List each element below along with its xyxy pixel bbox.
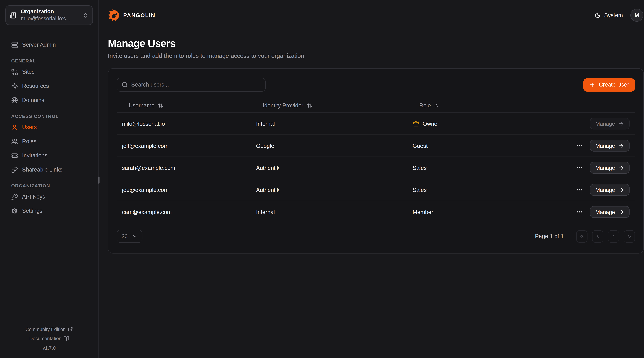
sort-icon xyxy=(434,103,440,108)
avatar[interactable]: M xyxy=(630,8,643,22)
row-actions-menu-button[interactable] xyxy=(576,164,584,172)
sidebar-item-shareable-links[interactable]: Shareable Links xyxy=(6,164,92,176)
ellipsis-icon xyxy=(576,142,583,149)
cell-role: Sales xyxy=(407,187,576,193)
arrow-right-icon xyxy=(618,143,624,148)
chevrons-right-icon xyxy=(626,234,632,239)
create-user-button[interactable]: Create User xyxy=(584,78,635,91)
sidebar-item-domains[interactable]: Domains xyxy=(6,94,92,106)
cell-role: Owner xyxy=(407,120,590,127)
table-row: milo@fossorial.io Internal Owner Manage xyxy=(116,113,635,135)
page-indicator: Page 1 of 1 xyxy=(535,233,564,239)
community-edition-link[interactable]: Community Edition xyxy=(4,325,94,334)
cell-identity-provider: Authentik xyxy=(251,187,407,193)
row-actions-menu-button[interactable] xyxy=(576,208,584,216)
manage-button[interactable]: Manage xyxy=(590,206,630,218)
manage-button[interactable]: Manage xyxy=(590,184,630,196)
row-actions-menu-button[interactable] xyxy=(576,186,584,194)
documentation-link[interactable]: Documentation xyxy=(4,334,94,343)
sidebar-item-label: Resources xyxy=(22,83,49,89)
gear-icon xyxy=(11,208,18,214)
cell-role: Sales xyxy=(407,165,576,171)
sidebar-item-server-admin[interactable]: Server Admin xyxy=(6,39,92,51)
manage-button[interactable]: Manage xyxy=(590,118,630,130)
sidebar-item-invitations[interactable]: Invitations xyxy=(6,150,92,162)
arrow-right-icon xyxy=(618,165,624,171)
row-actions-menu-button[interactable] xyxy=(576,142,584,150)
manage-button[interactable]: Manage xyxy=(590,140,630,152)
sidebar-item-label: Shareable Links xyxy=(22,166,62,173)
sidebar-item-label: Roles xyxy=(22,138,36,144)
cell-username: cam@example.com xyxy=(116,209,251,215)
manage-button[interactable]: Manage xyxy=(590,162,630,174)
sidebar-item-label: API Keys xyxy=(22,194,45,200)
chevrons-up-down-icon xyxy=(82,12,88,18)
sidebar: Organization milo@fossorial.io's ... Ser… xyxy=(0,0,99,358)
column-header-identity-provider[interactable]: Identity Provider xyxy=(251,102,407,108)
table-header-row: Username Identity Provider Role xyxy=(116,99,635,113)
cell-username: jeff@example.com xyxy=(116,142,251,149)
org-switcher[interactable]: Organization milo@fossorial.io's ... xyxy=(6,6,93,25)
page-subtitle: Invite users and add them to roles to ma… xyxy=(108,52,643,59)
column-header-username[interactable]: Username xyxy=(116,102,251,108)
chevron-right-icon xyxy=(611,234,616,239)
sidebar-item-label: Invitations xyxy=(22,152,48,158)
search-box xyxy=(116,78,266,92)
ticket-check-icon xyxy=(11,152,18,159)
ellipsis-icon xyxy=(576,164,583,171)
search-input[interactable] xyxy=(131,82,260,88)
page-size-select[interactable]: 20 xyxy=(116,230,142,242)
main-area: PANGOLIN System M Manage Users Invite us… xyxy=(99,0,644,358)
theme-toggle[interactable]: System xyxy=(594,12,623,18)
top-bar: PANGOLIN System M xyxy=(99,0,644,30)
cell-username: joe@example.com xyxy=(116,187,251,193)
crown-icon xyxy=(413,120,419,127)
sidebar-item-users[interactable]: Users xyxy=(6,121,92,133)
table-row: cam@example.com Internal Member Manage xyxy=(116,201,635,223)
ellipsis-icon xyxy=(576,186,583,193)
column-header-role[interactable]: Role xyxy=(407,102,635,108)
org-switcher-value: milo@fossorial.io's ... xyxy=(21,15,79,22)
brand-name: PANGOLIN xyxy=(123,12,156,18)
previous-page-button[interactable] xyxy=(592,230,603,242)
first-page-button[interactable] xyxy=(576,230,588,242)
ellipsis-icon xyxy=(576,208,583,215)
sidebar-item-settings[interactable]: Settings xyxy=(6,205,92,217)
last-page-button[interactable] xyxy=(624,230,635,242)
globe-icon xyxy=(11,97,18,104)
arrow-right-icon xyxy=(618,187,624,193)
arrow-right-icon xyxy=(618,121,624,126)
chevron-left-icon xyxy=(595,234,600,239)
sidebar-item-sites[interactable]: Sites xyxy=(6,66,92,78)
external-link-icon xyxy=(68,327,73,332)
cell-role: Guest xyxy=(407,142,576,149)
cell-identity-provider: Internal xyxy=(251,209,407,215)
section-label-general: GENERAL xyxy=(11,58,87,63)
sidebar-item-resources[interactable]: Resources xyxy=(6,80,92,92)
table-row: joe@example.com Authentik Sales Manage xyxy=(116,179,635,201)
cell-username: sarah@example.com xyxy=(116,165,251,171)
arrow-right-icon xyxy=(618,209,624,215)
sidebar-item-roles[interactable]: Roles xyxy=(6,135,92,148)
sidebar-resize-handle[interactable] xyxy=(98,176,100,184)
sidebar-item-label: Server Admin xyxy=(22,42,56,48)
waypoints-icon xyxy=(11,83,18,89)
section-label-organization: ORGANIZATION xyxy=(11,183,87,188)
app-window: Organization milo@fossorial.io's ... Ser… xyxy=(0,0,644,358)
chevron-down-icon xyxy=(132,234,138,239)
cell-identity-provider: Google xyxy=(251,142,407,149)
sidebar-item-label: Settings xyxy=(22,208,42,214)
building-icon xyxy=(10,12,17,19)
org-switcher-label: Organization xyxy=(21,8,79,15)
key-icon xyxy=(11,194,18,200)
sort-icon xyxy=(158,103,163,108)
search-icon xyxy=(122,82,128,88)
page-title: Manage Users xyxy=(108,38,643,50)
cell-identity-provider: Internal xyxy=(251,120,407,127)
moon-icon xyxy=(594,12,601,18)
brand-logo[interactable]: PANGOLIN xyxy=(108,9,155,21)
sidebar-nav: Server Admin GENERAL Sites Resources Dom… xyxy=(0,30,98,219)
sort-icon xyxy=(307,103,312,108)
next-page-button[interactable] xyxy=(608,230,619,242)
sidebar-item-api-keys[interactable]: API Keys xyxy=(6,191,92,203)
